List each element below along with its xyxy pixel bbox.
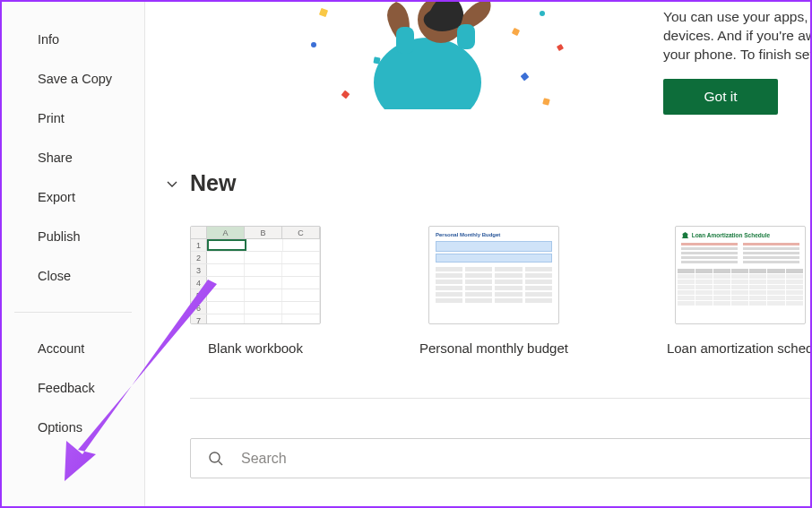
main-content: You can use your apps, access your work,… [145,2,810,506]
sidebar-item-close[interactable]: Close [2,256,144,296]
section-divider [190,398,810,399]
sidebar-item-save-a-copy[interactable]: Save a Copy [2,59,144,99]
welcome-illustration [280,2,531,109]
backstage-sidebar: Info Save a Copy Print Share Export Publ… [2,2,145,506]
sidebar-item-export[interactable]: Export [2,177,144,217]
template-loan-amortization[interactable]: Loan Amortization Schedule Loan amortiza… [667,226,810,356]
search-icon [207,450,225,468]
confetti-icon [542,98,550,106]
svg-rect-2 [396,27,414,54]
bank-icon [681,231,689,239]
sidebar-item-account[interactable]: Account [2,329,144,368]
new-section-header[interactable]: New [165,170,236,196]
chevron-down-icon [165,177,179,191]
search-input[interactable] [241,451,810,467]
template-thumbnail: Personal Monthly Budget [428,226,559,324]
svg-rect-3 [457,24,475,49]
template-label: Loan amortization sched [667,340,810,356]
svg-line-5 [219,461,222,465]
confetti-icon [557,44,564,51]
template-label: Blank workbook [208,340,303,356]
sidebar-item-options[interactable]: Options [2,408,144,447]
sidebar-item-info[interactable]: Info [2,20,144,59]
thumb-title: Personal Monthly Budget [429,227,558,239]
banner-line: your phone. To finish setting up in your… [663,45,810,64]
confetti-icon [311,42,316,47]
svg-point-4 [210,452,220,462]
template-personal-monthly-budget[interactable]: Personal Monthly Budget Personal monthly… [419,226,568,356]
new-section-title: New [190,170,236,196]
sidebar-item-feedback[interactable]: Feedback [2,368,144,408]
template-gallery: ABC 1 2 3 4 5 6 7 Blank workbook Persona… [190,226,810,356]
template-thumbnail: Loan Amortization Schedule [675,226,806,324]
sidebar-item-publish[interactable]: Publish [2,217,144,256]
confetti-icon [373,56,380,64]
got-it-button[interactable]: Got it [663,79,778,115]
banner-text: You can use your apps, access your work,… [663,7,810,64]
sidebar-item-print[interactable]: Print [2,99,144,138]
search-box[interactable] [190,438,810,478]
confetti-icon [540,11,545,16]
welcome-banner: You can use your apps, access your work,… [145,2,810,136]
banner-line: You can use your apps, access your work, [663,7,810,26]
thumb-title: Loan Amortization Schedule [692,232,771,238]
sidebar-divider [14,312,132,313]
template-blank-workbook[interactable]: ABC 1 2 3 4 5 6 7 Blank workbook [190,226,321,356]
sidebar-item-share[interactable]: Share [2,138,144,177]
template-label: Personal monthly budget [419,340,568,356]
template-thumbnail: ABC 1 2 3 4 5 6 7 [190,226,321,324]
banner-line: devices. And if you're away from your de… [663,26,810,45]
